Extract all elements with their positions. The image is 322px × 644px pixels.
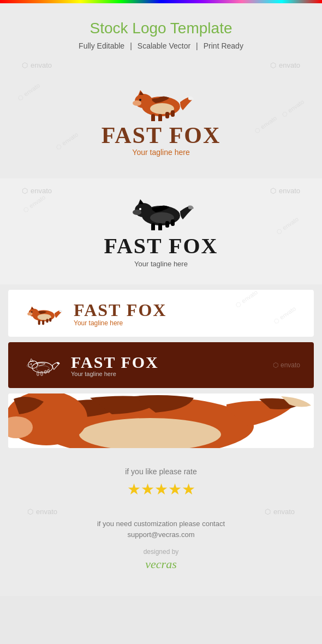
svg-rect-32 [49,318,51,322]
stars-display: ★★★★★ [11,480,311,498]
wm3-left: ⬡ envato [27,508,57,516]
logo-section-dark-vertical: ⬡ envato ⬡ envato [0,178,322,284]
header-subtitle: Fully Editable | Scalable Vector | Print… [11,41,311,50]
logo-section-color-vertical: FAST FOX Your tagline here ⬡ envato ⬡ en… [0,72,322,173]
wm2-icon-right: ⬡ [270,187,276,195]
page-title: Stock Logo Template [11,20,311,37]
svg-rect-18 [151,223,155,230]
svg-rect-29 [38,320,40,325]
svg-point-12 [150,212,174,223]
svg-rect-41 [45,371,46,374]
brand-dark-bg-container: FAST FOX Your tagline here [71,353,159,377]
svg-rect-31 [46,319,49,323]
svg-rect-21 [171,219,175,226]
watermark-row-1: ⬡ envato ⬡ envato [0,58,322,72]
fox-color-svg [123,83,199,121]
subtitle-part1: Fully Editable [79,41,124,50]
wm3-icon-right: ⬡ [265,508,271,516]
svg-point-28 [31,312,32,313]
svg-point-17 [139,208,141,210]
fox-dark-container: FAST FOX Your tagline here [22,192,300,268]
diag-watermark-8: ⬡ envato [272,305,297,325]
logo-section-dark-horizontal: FAST FOX Your tagline here ⬡ envato [8,342,314,388]
envato-icon-right: ⬡ [270,61,276,69]
fox-horizontal-svg [22,300,65,327]
svg-point-16 [133,210,141,215]
fox-zoomed-svg [8,393,314,448]
tagline-horizontal: Your tagline here [74,319,166,327]
logo-section-zoomed [8,393,314,448]
svg-point-5 [133,100,141,106]
logo-section-white-horizontal: FAST FOX Your tagline here ⬡ envato ⬡ en… [8,290,314,337]
svg-rect-7 [151,114,155,121]
wm2-text-left: envato [31,187,52,195]
tagline-dark: Your tagline here [134,260,188,268]
brand-name-color: FAST FOX [102,124,221,147]
envato-text-left: envato [31,61,52,69]
email-address[interactable]: support@vecras.com [11,529,311,540]
tagline-color: Your tagline here [132,148,189,157]
watermark-right: ⬡ envato [270,61,300,69]
fox-white-svg [22,352,63,378]
wm3-text-left: envato [36,508,57,516]
svg-point-6 [139,99,141,101]
wm2-text-right: envato [279,187,300,195]
separator-2: | [196,41,198,50]
svg-point-1 [150,103,174,114]
svg-point-38 [31,363,32,365]
fox-dark-svg [123,192,199,230]
brand-name-dark: FAST FOX [104,233,218,259]
subtitle-part2: Scalable Vector [138,41,190,50]
envato-dark-icon: ⬡ [273,361,278,369]
svg-rect-8 [158,114,162,121]
wm2-icon-left: ⬡ [22,187,28,195]
designed-by-label: designed by [11,548,311,556]
separator-1: | [130,41,132,50]
header: Stock Logo Template Fully Editable | Sca… [0,14,322,58]
svg-point-27 [27,312,32,315]
wm3-right: ⬡ envato [265,508,295,516]
wm2-left: ⬡ envato [22,187,52,195]
envato-dark-text: envato [281,361,300,369]
brand-name-horizontal: FAST FOX [74,300,166,320]
svg-rect-30 [42,320,44,325]
envato-icon-left: ⬡ [22,61,28,69]
svg-rect-9 [165,112,169,118]
wm2-right: ⬡ envato [270,187,300,195]
wm3-icon-left: ⬡ [27,508,33,516]
svg-point-23 [38,314,51,320]
rate-text: if you like please rate [11,467,311,476]
brand-name-white: FAST FOX [71,353,159,372]
subtitle-part3: Print Ready [204,41,243,50]
diag-watermark-7: ⬡ envato [234,289,259,309]
watermark-row-3: ⬡ envato ⬡ envato [11,505,311,518]
svg-rect-20 [165,221,169,228]
watermark-row-2: ⬡ envato ⬡ envato [0,184,322,198]
rating-section: if you like please rate ★★★★★ ⬡ envato ⬡… [0,454,322,580]
watermark-dark-bg: ⬡ envato [273,361,300,369]
wm3-text-right: envato [273,508,295,516]
envato-text-right: envato [279,61,300,69]
svg-rect-10 [171,110,175,117]
contact-text: if you need customization please contact [11,518,311,529]
main-container: Stock Logo Template Fully Editable | Sca… [0,3,322,596]
fox-color-container: FAST FOX Your tagline here [22,83,300,157]
vecras-brand-logo: vecras [11,557,311,571]
watermark-left: ⬡ envato [22,61,52,69]
logo-left: FAST FOX Your tagline here [22,352,159,378]
svg-rect-19 [158,223,162,230]
brand-horizontal-container: FAST FOX Your tagline here [74,300,166,327]
svg-rect-40 [41,372,43,376]
